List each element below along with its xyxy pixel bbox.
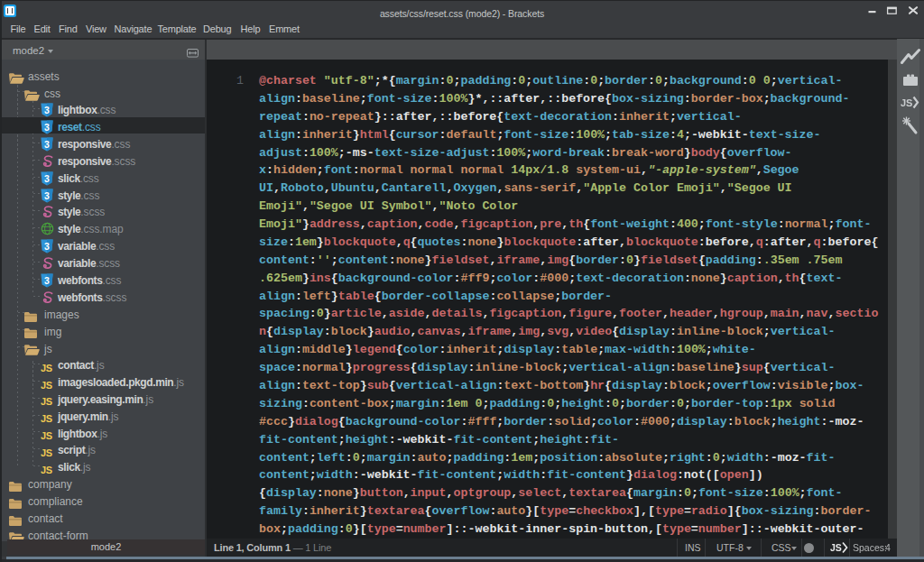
svg-text:3: 3 [44, 189, 50, 200]
svg-text:3: 3 [44, 138, 50, 149]
svg-text:3: 3 [44, 105, 50, 115]
svg-text:3: 3 [44, 172, 50, 183]
svg-text:3: 3 [44, 241, 50, 252]
svg-text:JS: JS [901, 97, 912, 108]
svg-text:JS: JS [830, 542, 842, 553]
svg-text:3: 3 [44, 122, 50, 133]
svg-text:3: 3 [44, 274, 50, 285]
